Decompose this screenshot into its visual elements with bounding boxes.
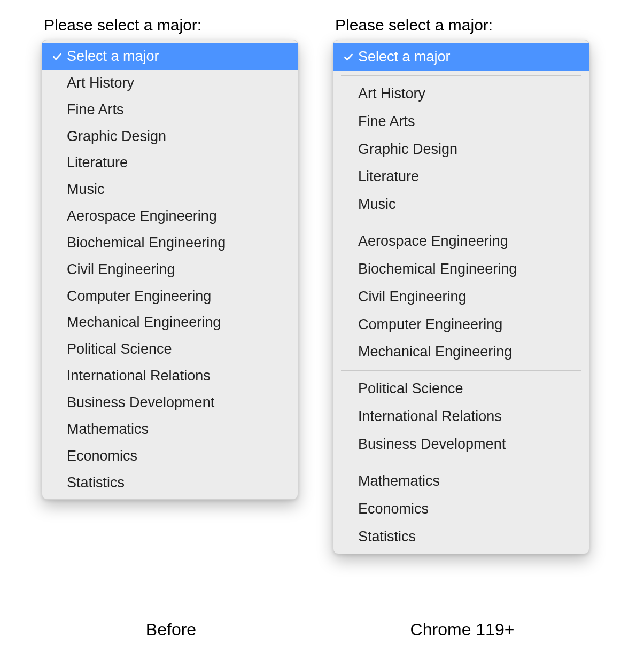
option-label: Fine Arts: [358, 111, 581, 133]
option-label: Computer Engineering: [67, 285, 290, 308]
option-item[interactable]: Mechanical Engineering: [333, 338, 589, 366]
option-item[interactable]: Fine Arts: [333, 108, 589, 136]
option-item[interactable]: Economics: [42, 443, 298, 470]
option-item[interactable]: Civil Engineering: [42, 256, 298, 283]
check-icon: [52, 51, 67, 62]
option-label: Music: [358, 193, 581, 216]
option-item[interactable]: Aerospace Engineering: [42, 203, 298, 230]
group-separator: [341, 370, 581, 371]
option-item[interactable]: Statistics: [42, 470, 298, 496]
prompt-label-after: Please select a major:: [335, 16, 596, 34]
option-item[interactable]: Art History: [42, 70, 298, 97]
option-item[interactable]: Political Science: [42, 336, 298, 363]
option-selected[interactable]: Select a major: [42, 43, 298, 70]
option-label: Business Development: [67, 392, 290, 414]
option-item[interactable]: Computer Engineering: [333, 311, 589, 339]
option-label: Art History: [67, 72, 290, 95]
prompt-label-before: Please select a major:: [44, 16, 305, 34]
select-menu-after[interactable]: Select a major Art HistoryFine ArtsGraph…: [333, 40, 589, 554]
option-item[interactable]: Mechanical Engineering: [42, 309, 298, 336]
option-item[interactable]: Fine Arts: [42, 97, 298, 123]
option-item[interactable]: Graphic Design: [42, 123, 298, 150]
option-item[interactable]: Civil Engineering: [333, 283, 589, 311]
option-label: Graphic Design: [358, 138, 581, 161]
option-item[interactable]: Computer Engineering: [42, 283, 298, 310]
caption-after: Chrome 119+: [329, 620, 596, 640]
option-label: Economics: [358, 498, 581, 520]
option-label: Select a major: [358, 46, 581, 68]
option-item[interactable]: Literature: [333, 163, 589, 191]
option-label: Biochemical Engineering: [67, 232, 290, 254]
option-label: Aerospace Engineering: [358, 230, 581, 253]
option-item[interactable]: International Relations: [333, 403, 589, 431]
option-label: Economics: [67, 445, 290, 468]
option-label: International Relations: [358, 406, 581, 428]
option-label: Mathematics: [67, 418, 290, 441]
option-item[interactable]: Aerospace Engineering: [333, 228, 589, 255]
after-column: Please select a major: Select a major Ar…: [329, 16, 596, 554]
option-selected[interactable]: Select a major: [333, 43, 589, 71]
option-label: Civil Engineering: [358, 286, 581, 308]
option-label: Literature: [67, 152, 290, 174]
option-label: Business Development: [358, 433, 581, 456]
before-column: Please select a major: Select a major Ar…: [37, 16, 305, 500]
option-item[interactable]: Art History: [333, 80, 589, 108]
option-label: Biochemical Engineering: [358, 258, 581, 281]
check-icon: [343, 52, 358, 63]
option-item[interactable]: Political Science: [333, 375, 589, 403]
option-label: Fine Arts: [67, 99, 290, 121]
option-label: Mechanical Engineering: [67, 312, 290, 334]
option-item[interactable]: Business Development: [333, 431, 589, 458]
option-label: International Relations: [67, 365, 290, 387]
option-label: Computer Engineering: [358, 314, 581, 336]
option-label: Statistics: [358, 526, 581, 548]
option-label: Music: [67, 178, 290, 201]
option-item[interactable]: Business Development: [42, 390, 298, 416]
option-item[interactable]: Biochemical Engineering: [42, 230, 298, 256]
option-item[interactable]: Biochemical Engineering: [333, 255, 589, 283]
caption-before: Before: [37, 620, 305, 640]
option-label: Statistics: [67, 472, 290, 494]
option-item[interactable]: Mathematics: [42, 416, 298, 443]
group-separator: [341, 463, 581, 463]
option-label: Mechanical Engineering: [358, 341, 581, 363]
select-menu-before[interactable]: Select a major Art HistoryFine ArtsGraph…: [42, 40, 298, 500]
option-label: Political Science: [67, 338, 290, 361]
option-label: Select a major: [67, 45, 290, 68]
option-label: Aerospace Engineering: [67, 205, 290, 228]
option-label: Literature: [358, 166, 581, 188]
option-item[interactable]: Mathematics: [333, 468, 589, 495]
option-label: Graphic Design: [67, 126, 290, 148]
option-label: Art History: [358, 83, 581, 105]
option-label: Civil Engineering: [67, 259, 290, 281]
option-item[interactable]: Graphic Design: [333, 136, 589, 164]
option-item[interactable]: Music: [42, 176, 298, 203]
option-item[interactable]: Literature: [42, 150, 298, 176]
option-item[interactable]: Statistics: [333, 523, 589, 551]
group-separator: [341, 75, 581, 76]
option-label: Political Science: [358, 378, 581, 400]
option-item[interactable]: Economics: [333, 495, 589, 523]
option-item[interactable]: Music: [333, 191, 589, 219]
group-separator: [341, 223, 581, 223]
option-label: Mathematics: [358, 470, 581, 493]
option-item[interactable]: International Relations: [42, 363, 298, 390]
